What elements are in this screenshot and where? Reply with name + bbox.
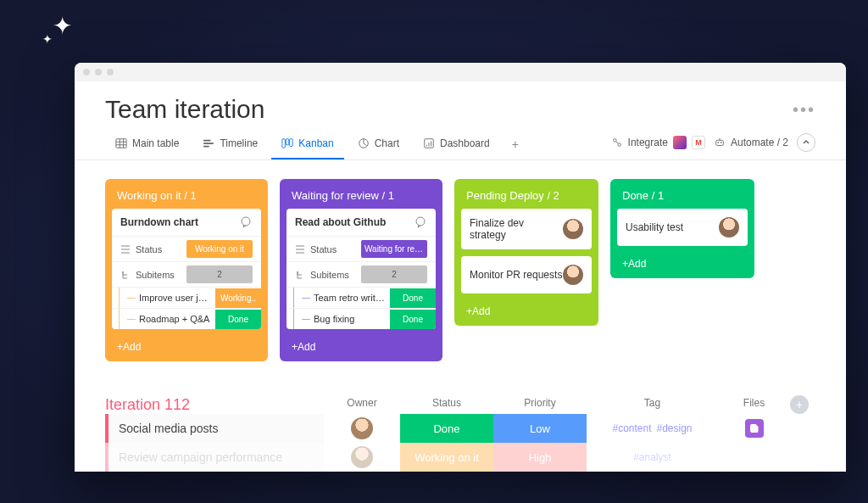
kanban-column-header[interactable]: Pending Deploy / 2 [461, 186, 592, 209]
tag-chip: #design [657, 422, 693, 434]
svg-rect-1 [282, 139, 286, 148]
subitem-row[interactable]: Improve user jour… Working.. [112, 287, 261, 308]
subitems-count[interactable]: 2 [186, 265, 253, 283]
table-row[interactable]: Social media posts Done Low #content #de… [105, 414, 815, 443]
owner-cell[interactable] [324, 443, 400, 472]
column-header-tag[interactable]: Tag [587, 397, 718, 414]
status-cell[interactable]: Working on it [400, 443, 493, 472]
kanban-board: Working on it / 1 Burndown chart Status … [75, 160, 846, 370]
svg-point-9 [717, 142, 719, 143]
kanban-column-review: Waiting for review / 1 Read about Github… [280, 179, 442, 361]
add-card-button[interactable]: +Add [617, 253, 748, 271]
kanban-card[interactable]: Usability test [617, 209, 748, 246]
tab-label: Timeline [220, 137, 258, 149]
column-header-owner[interactable]: Owner [324, 397, 400, 414]
subitem-label: Roadmap + Q&A [134, 309, 215, 329]
svg-rect-0 [116, 139, 126, 148]
kanban-column-header[interactable]: Waiting for review / 1 [287, 186, 436, 209]
list-icon [120, 244, 131, 254]
traffic-light-icon[interactable] [107, 69, 114, 75]
avatar [719, 217, 739, 238]
kanban-column-working: Working on it / 1 Burndown chart Status … [105, 179, 268, 361]
card-title: Usability test [626, 221, 683, 233]
kanban-column-header[interactable]: Done / 1 [617, 186, 748, 209]
file-icon [745, 419, 764, 438]
robot-icon [714, 137, 726, 148]
task-name: Social media posts [105, 414, 324, 443]
status-cell[interactable]: Done [400, 414, 493, 443]
svg-rect-3 [290, 139, 293, 147]
subitem-row[interactable]: Roadmap + Q&A Done [112, 308, 261, 329]
kanban-card[interactable]: Read about Github Status Waiting for rev… [287, 209, 436, 329]
column-header-priority[interactable]: Priority [493, 397, 587, 414]
tab-timeline[interactable]: Timeline [192, 132, 268, 159]
add-column-button[interactable]: + [790, 395, 809, 414]
status-badge[interactable]: Working on it [186, 240, 253, 258]
status-label: Status [310, 244, 337, 254]
task-name: Review campaign performance [105, 443, 324, 472]
subitems-icon [295, 270, 305, 280]
tab-label: Kanban [298, 137, 333, 149]
comment-icon[interactable] [239, 215, 253, 229]
add-card-button[interactable]: +Add [112, 336, 261, 355]
tab-dashboard[interactable]: Dashboard [413, 132, 500, 159]
add-card-button[interactable]: +Add [287, 336, 436, 355]
status-badge[interactable]: Waiting for revi… [361, 240, 427, 258]
subitems-count[interactable]: 2 [361, 265, 427, 283]
tags-cell[interactable]: #analyst [587, 443, 718, 472]
group-title[interactable]: Iteration 112 [105, 396, 324, 414]
more-menu-button[interactable]: ••• [793, 100, 815, 120]
tab-main-table[interactable]: Main table [105, 132, 189, 159]
subitem-status: Working.. [215, 288, 261, 308]
kanban-column-pending: Pending Deploy / 2 Finalize dev strategy… [454, 179, 598, 326]
integrate-button[interactable]: Integrate M [611, 136, 705, 149]
comment-icon[interactable] [414, 215, 427, 229]
kanban-card[interactable]: Monitor PR requests [461, 256, 592, 293]
subitem-label: Improve user jour… [134, 288, 215, 308]
avatar [563, 265, 583, 285]
kanban-column-header[interactable]: Working on it / 1 [112, 186, 261, 209]
tab-chart[interactable]: Chart [348, 132, 409, 159]
status-label: Status [136, 244, 162, 254]
card-title: Burndown chart [120, 216, 198, 228]
traffic-light-icon[interactable] [83, 69, 90, 75]
svg-point-11 [242, 217, 250, 226]
files-cell[interactable] [718, 414, 790, 443]
subitem-row[interactable]: Bug fixing Done [287, 308, 436, 329]
views-tabbar: Main table Timeline Kanban Chart Dashboa… [75, 124, 846, 160]
add-card-button[interactable]: +Add [461, 300, 592, 319]
kanban-card[interactable]: Finalize dev strategy [461, 209, 592, 249]
column-header-status[interactable]: Status [400, 397, 493, 414]
subitem-label: Bug fixing [309, 309, 390, 329]
tab-kanban[interactable]: Kanban [271, 132, 343, 159]
page-title: Team iteration [105, 95, 264, 124]
owner-cell[interactable] [324, 414, 400, 443]
integrate-label: Integrate [628, 137, 668, 148]
priority-cell[interactable]: Low [493, 414, 587, 443]
subitem-status: Done [215, 310, 261, 329]
svg-point-12 [416, 217, 425, 226]
add-view-button[interactable]: + [504, 132, 527, 159]
chart-icon [358, 137, 370, 149]
table-row[interactable]: Review campaign performance Working on i… [105, 443, 815, 472]
collapse-button[interactable] [797, 133, 815, 152]
integration-app-icon [673, 136, 687, 149]
decorative-sparkle-icon: ✦ [53, 12, 72, 40]
priority-cell[interactable]: High [493, 443, 587, 472]
list-icon [295, 244, 305, 254]
subitem-row[interactable]: Team retro writing Done [287, 287, 436, 308]
subitems-label: Subitems [136, 270, 175, 280]
files-cell[interactable] [718, 443, 790, 472]
kanban-card[interactable]: Burndown chart Status Working on it Subi… [112, 209, 261, 329]
tags-cell[interactable]: #content #design [587, 414, 718, 443]
window-titlebar [75, 63, 846, 81]
svg-point-10 [721, 142, 722, 143]
kanban-icon [281, 137, 293, 149]
kanban-column-done: Done / 1 Usability test +Add [610, 179, 754, 278]
traffic-light-icon[interactable] [95, 69, 102, 75]
column-header-files[interactable]: Files [718, 397, 790, 414]
svg-point-7 [617, 143, 620, 147]
card-title: Read about Github [295, 216, 386, 228]
automate-button[interactable]: Automate / 2 [714, 137, 788, 148]
chevron-up-icon [802, 138, 810, 147]
